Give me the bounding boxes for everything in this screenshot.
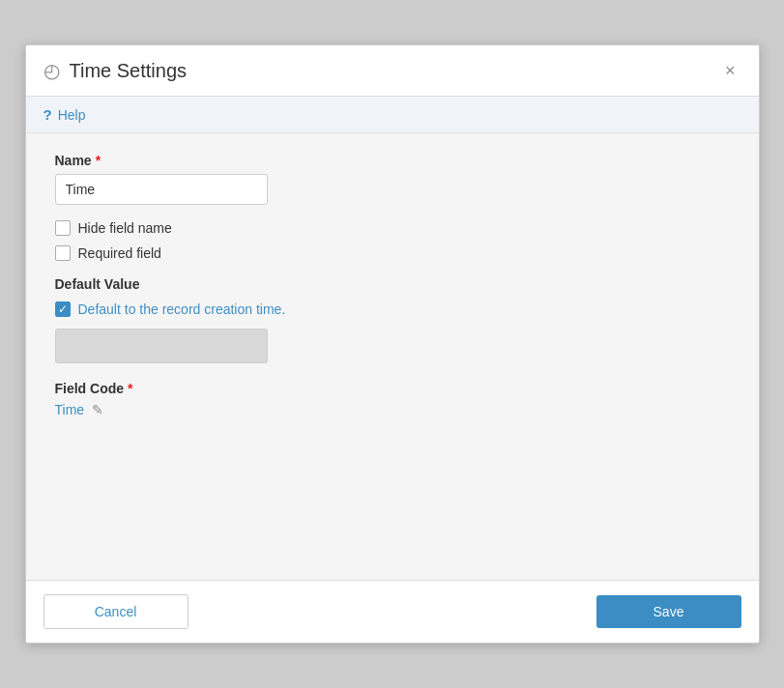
dialog-title: Time Settings (70, 60, 188, 82)
default-time-checkbox[interactable]: ✓ (55, 301, 71, 317)
hide-field-name-row: Hide field name (55, 220, 730, 236)
help-bar: ? Help (26, 97, 759, 133)
field-code-value-row: Time ✎ (55, 402, 730, 417)
dialog-title-row: ◴ Time Settings (44, 59, 188, 82)
edit-field-code-icon[interactable]: ✎ (92, 402, 103, 417)
name-field-section: Name * (55, 153, 730, 205)
hide-field-name-label[interactable]: Hide field name (78, 220, 172, 236)
close-button[interactable]: × (719, 60, 741, 81)
name-required-star: * (96, 153, 101, 168)
default-value-section: Default Value ✓ Default to the record cr… (55, 276, 730, 363)
cancel-button[interactable]: Cancel (44, 594, 189, 629)
required-field-label[interactable]: Required field (78, 245, 161, 261)
default-checkbox-row: ✓ Default to the record creation time. (55, 301, 730, 317)
field-code-section: Field Code * Time ✎ (55, 381, 730, 417)
help-link[interactable]: ? Help (44, 106, 741, 123)
save-button[interactable]: Save (596, 595, 741, 628)
help-label: Help (58, 107, 86, 123)
field-code-required-star: * (128, 381, 132, 396)
field-code-value-text: Time (55, 402, 85, 417)
dialog-header: ◴ Time Settings × (26, 45, 759, 97)
default-value-title: Default Value (55, 276, 730, 292)
field-code-label: Field Code * (55, 381, 730, 396)
default-value-input-disabled (55, 329, 268, 363)
dialog-body: Name * Hide field name Required field De… (26, 133, 759, 580)
required-field-row: Required field (55, 245, 730, 261)
time-settings-dialog: ◴ Time Settings × ? Help Name * Hide fie… (25, 44, 760, 644)
required-field-checkbox[interactable] (55, 245, 71, 261)
name-label: Name * (55, 153, 730, 168)
dialog-footer: Cancel Save (26, 580, 759, 643)
default-time-label[interactable]: Default to the record creation time. (78, 301, 286, 317)
help-icon: ? (44, 106, 52, 123)
name-input[interactable] (55, 174, 268, 205)
hide-field-name-checkbox[interactable] (55, 220, 71, 236)
clock-icon: ◴ (44, 59, 60, 82)
